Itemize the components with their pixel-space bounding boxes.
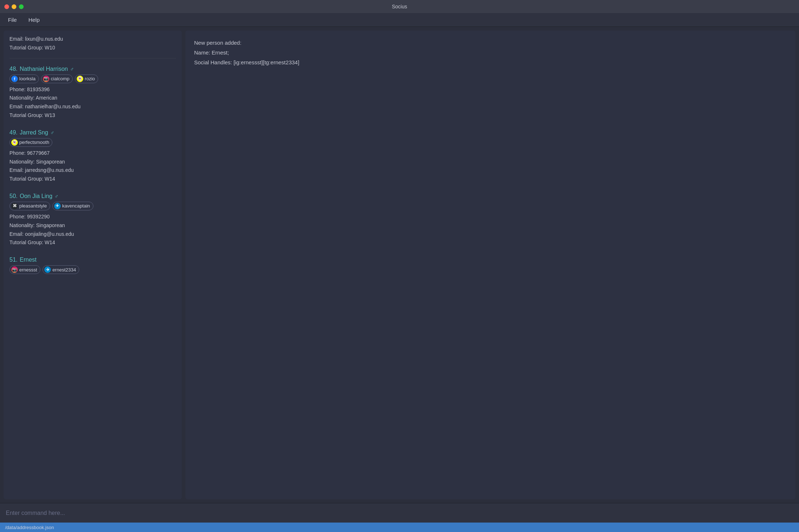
person-50-badges: ⌘ pleasantstyle ✈ kavencaptain [9, 202, 176, 210]
maximize-button[interactable] [19, 4, 24, 9]
badge-handle: kavencaptain [62, 203, 90, 209]
minimize-button[interactable] [12, 4, 16, 9]
person-48-badges: f loorksla 📷 cialcomp 👻 rozio [9, 74, 176, 83]
person-48-email: Email: nathanielhar@u.nus.edu [9, 102, 176, 111]
person-48-header: 48. Nathaniel Harrison ♂ [9, 66, 176, 72]
badge-handle: ernessst [19, 267, 37, 273]
person-49-badges: 👻 perfectsmooth [9, 138, 176, 147]
instagram-icon: 📷 [11, 266, 18, 273]
github-icon: ⌘ [11, 203, 18, 209]
person-48-tutorial: Tutorial Group: W13 [9, 111, 176, 120]
prev-tutorial-group: Tutorial Group: W10 [9, 44, 176, 52]
facebook-icon: f [11, 76, 18, 82]
badge-snapchat-rozio[interactable]: 👻 rozio [75, 74, 98, 83]
badge-handle: perfectsmooth [19, 140, 49, 145]
menu-bar: File Help [0, 13, 799, 27]
badge-handle: pleasantstyle [19, 203, 47, 209]
menu-help[interactable]: Help [26, 15, 42, 24]
close-button[interactable] [4, 4, 9, 9]
left-panel[interactable]: Email: lixun@u.nus.edu Tutorial Group: W… [4, 31, 182, 499]
badge-instagram-ernessst[interactable]: 📷 ernessst [9, 265, 40, 274]
badge-snapchat-perfectsmooth[interactable]: 👻 perfectsmooth [9, 138, 52, 147]
status-path: /data/addressbook.json [5, 525, 54, 530]
person-49-name: Jarred Sng [20, 129, 48, 136]
person-49: 49. Jarred Sng ♂ 👻 perfectsmooth Phone: … [9, 129, 176, 184]
person-50-number: 50. [9, 193, 17, 200]
person-49-header: 49. Jarred Sng ♂ [9, 129, 176, 136]
telegram-icon: ✈ [54, 203, 61, 209]
person-51-name: Ernest [20, 257, 36, 263]
status-bar: /data/addressbook.json [0, 523, 799, 532]
person-49-tutorial: Tutorial Group: W14 [9, 175, 176, 184]
person-49-email: Email: jarredsng@u.nus.edu [9, 166, 176, 175]
person-48-nationality: Nationality: American [9, 94, 176, 102]
command-bar [0, 503, 799, 523]
output-line1: New person added: [194, 38, 787, 48]
person-48-phone: Phone: 81935396 [9, 85, 176, 94]
person-50-header: 50. Oon Jia Ling ♂ [9, 193, 176, 200]
person-48-number: 48. [9, 66, 17, 72]
main-content: Email: lixun@u.nus.edu Tutorial Group: W… [0, 27, 799, 503]
badge-telegram-kavencaptain[interactable]: ✈ kavencaptain [52, 202, 93, 210]
person-50: 50. Oon Jia Ling ♂ ⌘ pleasantstyle ✈ kav… [9, 193, 176, 247]
output-display: New person added: Name: Ernest; Social H… [194, 38, 787, 67]
traffic-lights [4, 4, 24, 9]
badge-handle: loorksla [19, 76, 36, 81]
person-49-number: 49. [9, 129, 17, 136]
badge-telegram-ernest2334[interactable]: ✈ ernest2334 [43, 265, 79, 274]
menu-file[interactable]: File [6, 15, 19, 24]
badge-facebook-loorksla[interactable]: f loorksla [9, 74, 39, 83]
app-title: Socius [392, 4, 407, 9]
person-49-gender: ♂ [51, 130, 55, 136]
badge-instagram-cialcomp[interactable]: 📷 cialcomp [41, 74, 73, 83]
person-51-header: 51. Ernest [9, 257, 176, 263]
output-line2: Name: Ernest; [194, 48, 787, 57]
person-48-name: Nathaniel Harrison [20, 66, 68, 72]
person-50-nationality: Nationality: Singaporean [9, 221, 176, 230]
person-51: 51. Ernest 📷 ernessst ✈ ernest2334 [9, 257, 176, 274]
badge-handle: rozio [85, 76, 95, 81]
person-50-phone: Phone: 99392290 [9, 213, 176, 221]
title-bar: Socius [0, 0, 799, 13]
person-49-phone: Phone: 96779667 [9, 149, 176, 158]
person-50-name: Oon Jia Ling [20, 193, 52, 200]
instagram-icon: 📷 [43, 76, 49, 82]
snapchat-icon: 👻 [77, 76, 83, 82]
telegram-icon: ✈ [44, 266, 51, 273]
person-50-gender: ♂ [55, 193, 59, 199]
badge-handle: ernest2334 [52, 267, 76, 273]
badge-github-pleasantstyle[interactable]: ⌘ pleasantstyle [9, 202, 50, 210]
command-input[interactable] [6, 510, 793, 516]
snapchat-icon: 👻 [11, 139, 18, 146]
prev-email: Email: lixun@u.nus.edu [9, 35, 176, 44]
person-51-number: 51. [9, 257, 17, 263]
person-50-email: Email: oonjialing@u.nus.edu [9, 230, 176, 239]
person-48: 48. Nathaniel Harrison ♂ f loorksla 📷 ci… [9, 66, 176, 120]
badge-handle: cialcomp [51, 76, 69, 81]
person-50-tutorial: Tutorial Group: W14 [9, 238, 176, 247]
output-line3: Social Handles: [ig:ernessst][tg:ernest2… [194, 57, 787, 67]
person-49-nationality: Nationality: Singaporean [9, 158, 176, 166]
right-panel: New person added: Name: Ernest; Social H… [185, 31, 795, 499]
prev-person: Email: lixun@u.nus.edu Tutorial Group: W… [9, 35, 176, 59]
person-51-badges: 📷 ernessst ✈ ernest2334 [9, 265, 176, 274]
person-48-gender: ♂ [70, 66, 74, 72]
